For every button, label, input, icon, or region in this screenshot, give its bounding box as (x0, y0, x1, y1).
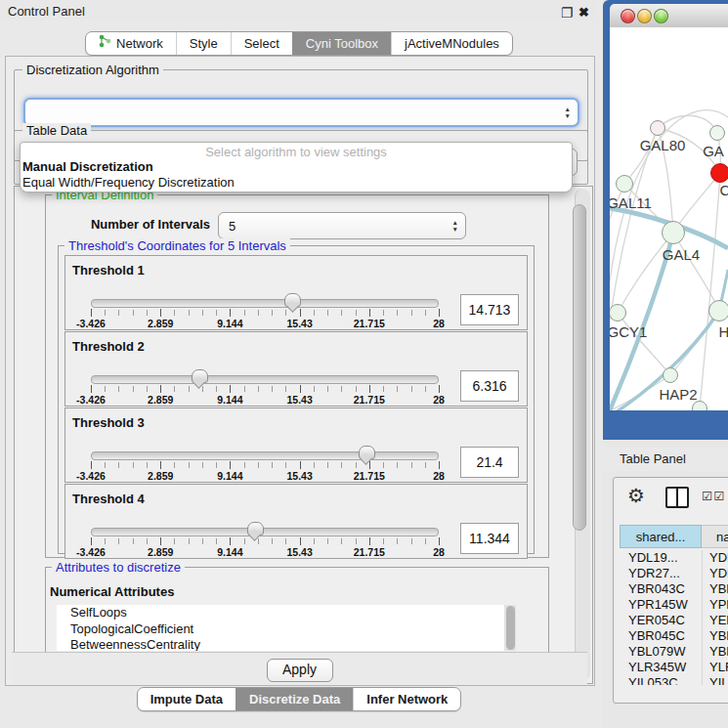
slider-thumb[interactable] (247, 522, 264, 535)
column-header-na[interactable]: na (702, 525, 728, 548)
network-node-c[interactable] (710, 163, 728, 183)
threshold-list: Threshold 1-3.4262.8599.14415.4321.71528… (64, 255, 528, 560)
threshold-value-field[interactable]: 11.344 (460, 523, 519, 554)
algorithm-option-manual-discretization[interactable]: Manual Discretization (22, 159, 153, 174)
numerical-attributes-list[interactable]: SelfLoopsTopologicalCoefficientBetweenne… (57, 605, 516, 651)
table-row[interactable]: YBR043CYBR0 (620, 581, 728, 597)
slider-major-tick (230, 461, 231, 469)
tab-label: Network (116, 32, 163, 55)
zoom-traffic-light-icon[interactable] (654, 9, 668, 23)
threshold-slider-1[interactable]: -3.4262.8599.14415.4321.71528 (91, 299, 439, 308)
slider-tick-label: 9.144 (217, 318, 242, 329)
slider-track[interactable] (91, 299, 439, 308)
table-row[interactable]: YPR145WYPR1 (620, 597, 728, 613)
tab-label: Impute Data (150, 688, 223, 710)
tab-infer-network[interactable]: Infer Network (353, 688, 460, 710)
network-node-hap2[interactable] (663, 367, 678, 383)
table-row[interactable]: YLR345WYLR3 (620, 660, 728, 675)
table-row[interactable]: YBL079WYBL0 (620, 644, 728, 660)
table-data-label: Table Data (22, 123, 91, 138)
table-row[interactable]: YDL19...YDL1 (620, 550, 728, 566)
minimize-traffic-light-icon[interactable] (637, 9, 652, 23)
interval-definition-group: Interval Definition Number of Intervals … (45, 194, 549, 558)
tab-impute-data[interactable]: Impute Data (138, 688, 236, 710)
network-node-ga[interactable] (709, 125, 725, 141)
network-node-gal80[interactable] (650, 120, 665, 136)
tab-discretize-data[interactable]: Discretize Data (236, 688, 353, 710)
attribute-item-betweennesscentrality[interactable]: BetweennessCentrality (57, 637, 516, 651)
thresholds-group: Threshold's Coordinates for 5 Intervals … (58, 245, 535, 554)
tab-network[interactable]: Network (86, 32, 176, 55)
number-of-intervals-value: 5 (229, 213, 236, 238)
attributes-scrollbar-track[interactable] (504, 605, 516, 651)
column-header-shared[interactable]: shared... (620, 525, 702, 548)
tab-style[interactable]: Style (176, 32, 231, 55)
slider-major-tick (230, 385, 231, 393)
slider-track[interactable] (91, 375, 439, 384)
threshold-box-1: Threshold 1-3.4262.8599.14415.4321.71528… (64, 255, 528, 330)
tab-label: Select (244, 32, 279, 55)
apply-button[interactable]: Apply (267, 659, 333, 682)
cell-name: YPR1 (702, 597, 728, 613)
threshold-slider-3[interactable]: -3.4262.8599.14415.4321.71528 (91, 451, 439, 460)
table-row[interactable]: YDR27...YDR2 (620, 566, 728, 581)
slider-major-tick (91, 537, 92, 545)
tab-select[interactable]: Select (231, 32, 292, 55)
tab-jactivemnodules[interactable]: jActiveMNodules (391, 32, 512, 55)
select-columns-icon[interactable]: ☑☑ (702, 489, 725, 503)
attribute-item-selfloops[interactable]: SelfLoops (57, 605, 516, 621)
threshold-value-field[interactable]: 14.713 (460, 294, 519, 325)
slider-tick-label: 15.43 (286, 394, 312, 406)
threshold-label: Threshold 1 (72, 263, 145, 278)
vertical-scrollbar-thumb[interactable] (573, 204, 586, 531)
slider-tick-label: -3.426 (76, 318, 106, 329)
table-row[interactable]: YBR045CYBR0 (620, 628, 728, 644)
cell-name: YDL1 (702, 550, 728, 566)
network-canvas[interactable]: GAL80GACGAL11GAL4GCY1HHAP2 (610, 27, 728, 410)
table-row[interactable]: YIL053CYIL0 (620, 675, 728, 685)
threshold-slider-2[interactable]: -3.4262.8599.14415.4321.71528 (91, 375, 439, 384)
slider-tick-label: 2.859 (148, 394, 173, 406)
number-of-intervals-combobox[interactable]: 5 (218, 212, 466, 239)
split-view-icon[interactable] (665, 487, 689, 508)
gear-icon[interactable]: ⚙ (627, 484, 645, 507)
attributes-scrollbar-thumb[interactable] (506, 606, 515, 650)
network-node-h[interactable] (708, 300, 728, 321)
cell-name: YIL0 (702, 675, 728, 685)
table-row[interactable]: YER054CYER0 (620, 613, 728, 628)
network-node-gal11[interactable] (616, 175, 633, 193)
network-icon (99, 32, 111, 55)
threshold-label: Threshold 2 (72, 339, 145, 354)
threshold-label: Threshold 4 (72, 492, 145, 506)
threshold-value-field[interactable]: 6.316 (460, 370, 519, 402)
tab-cyni-toolbox[interactable]: Cyni Toolbox (292, 32, 391, 55)
network-node-gal4[interactable] (662, 221, 685, 244)
slider-tick-label: 21.715 (354, 470, 385, 482)
slider-tick-label: 9.144 (217, 470, 242, 482)
slider-major-tick (439, 309, 440, 317)
attribute-item-topologicalcoefficient[interactable]: TopologicalCoefficient (57, 621, 516, 638)
combo-stepper-icon (565, 106, 571, 120)
slider-thumb[interactable] (284, 293, 301, 307)
slider-major-tick (91, 385, 92, 393)
tab-label: Discretize Data (249, 688, 340, 710)
close-traffic-light-icon[interactable] (621, 9, 635, 23)
slider-track[interactable] (91, 528, 439, 536)
network-node[interactable] (692, 401, 707, 410)
threshold-value-field[interactable]: 21.4 (460, 447, 519, 478)
slider-tick-label: -3.426 (76, 470, 106, 482)
float-window-icon[interactable]: ❐ (561, 5, 574, 21)
cell-shared-name: YPR145W (620, 597, 702, 613)
slider-major-tick (230, 537, 231, 545)
slider-track[interactable] (91, 451, 439, 460)
slider-thumb[interactable] (192, 369, 208, 383)
algorithm-combobox[interactable] (23, 98, 579, 127)
threshold-slider-4[interactable]: -3.4262.8599.14415.4321.71528 (91, 528, 439, 536)
close-window-icon[interactable]: ✖ (578, 5, 589, 20)
slider-thumb[interactable] (359, 446, 375, 459)
vertical-scrollbar-track[interactable] (575, 189, 590, 681)
slider-major-tick (160, 461, 161, 469)
numerical-attributes-label: Numerical Attributes (50, 584, 174, 599)
algorithm-option-equal-width-frequency-discretization[interactable]: Equal Width/Frequency Discretization (22, 175, 235, 190)
threshold-label: Threshold 3 (72, 415, 145, 430)
